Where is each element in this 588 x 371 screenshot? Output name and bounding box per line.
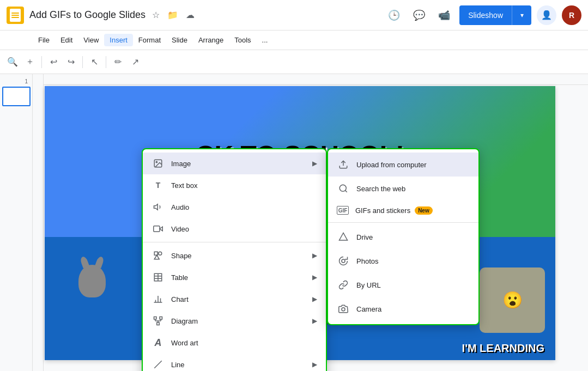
menu-format[interactable]: Format xyxy=(133,34,166,46)
shape-arrow: ▶ xyxy=(312,252,317,259)
svg-marker-7 xyxy=(154,255,159,259)
history-button[interactable]: 🕒 xyxy=(384,5,404,25)
toolbar: 🔍 ＋ ↩ ↪ ↖ ✏ ↗ xyxy=(0,50,588,74)
svg-rect-18 xyxy=(157,323,160,325)
app-logo[interactable] xyxy=(7,7,24,24)
chart-icon xyxy=(151,293,165,306)
ruler-horizontal xyxy=(44,74,588,85)
menu-view[interactable]: View xyxy=(78,34,104,46)
chart-arrow: ▶ xyxy=(312,295,317,303)
redo-btn[interactable]: ↪ xyxy=(63,54,79,70)
gifs-label: GIFs and stickers xyxy=(355,206,410,215)
menu-arrange[interactable]: Arrange xyxy=(193,34,229,46)
by-url-label: By URL xyxy=(356,281,381,289)
learnding-text: I'M LEARNDING xyxy=(462,342,544,355)
submenu-item-upload[interactable]: Upload from computer xyxy=(328,153,478,177)
image-label: Image xyxy=(171,160,310,168)
cat-illustration xyxy=(70,265,114,319)
submenu-item-gifs[interactable]: GIF GIFs and stickers New xyxy=(328,200,478,220)
shape-icon xyxy=(151,249,165,262)
svg-line-23 xyxy=(154,361,162,368)
main-area: 1 CK TO SCHOOL! www.psd-dude.com I'M LEA… xyxy=(0,74,588,371)
menu-item-table[interactable]: Table ▶ xyxy=(143,266,326,288)
folder-icon[interactable]: 📁 xyxy=(165,8,180,22)
menu-edit[interactable]: Edit xyxy=(55,34,78,46)
svg-rect-4 xyxy=(154,226,160,232)
submenu-item-search[interactable]: Search the web xyxy=(328,177,478,200)
slide-thumbnail[interactable] xyxy=(2,87,31,106)
submenu-divider-1 xyxy=(328,222,478,223)
submenu-item-drive[interactable]: Drive xyxy=(328,225,478,249)
shape-label: Shape xyxy=(171,252,310,260)
menu-more[interactable]: ... xyxy=(257,34,274,46)
slide-number-label: 1 xyxy=(2,78,30,84)
submenu-item-photos[interactable]: Photos xyxy=(328,249,478,273)
audio-icon xyxy=(151,200,165,214)
divider-2 xyxy=(82,56,83,68)
search-toolbar-btn[interactable]: 🔍 xyxy=(4,54,21,70)
menu-item-shape[interactable]: Shape ▶ xyxy=(143,245,326,266)
slideshow-dropdown-arrow[interactable]: ▾ xyxy=(512,5,531,25)
right-icon[interactable]: ✏ xyxy=(110,54,126,70)
camera-label: Camera xyxy=(356,305,381,313)
meet-button[interactable]: 📹 xyxy=(434,5,454,25)
svg-marker-3 xyxy=(160,227,162,231)
table-label: Table xyxy=(171,273,310,282)
menu-item-video[interactable]: Video xyxy=(143,218,326,240)
svg-line-29 xyxy=(345,190,347,192)
slideshow-label[interactable]: Slideshow xyxy=(459,5,512,25)
add-btn[interactable]: ＋ xyxy=(22,54,38,70)
undo-btn[interactable]: ↩ xyxy=(45,54,62,70)
cursor-btn[interactable]: ↖ xyxy=(86,54,102,70)
menu-slide[interactable]: Slide xyxy=(166,34,193,46)
video-icon xyxy=(151,222,165,235)
menu-item-textbox[interactable]: T Text box xyxy=(143,174,326,196)
gifs-icon: GIF xyxy=(337,206,349,215)
wordart-icon: A xyxy=(151,336,165,349)
slides-panel: 1 xyxy=(0,74,33,371)
diagram-icon xyxy=(151,314,165,327)
table-icon xyxy=(151,271,165,284)
svg-point-28 xyxy=(340,185,346,191)
submenu-item-url[interactable]: By URL xyxy=(328,273,478,297)
svg-marker-30 xyxy=(340,233,348,241)
slideshow-button[interactable]: Slideshow ▾ xyxy=(459,5,531,25)
divider-1 xyxy=(41,56,42,68)
line-icon xyxy=(151,358,165,371)
svg-rect-16 xyxy=(154,317,157,320)
svg-rect-5 xyxy=(154,252,157,255)
menu-item-line[interactable]: Line ▶ xyxy=(143,354,326,371)
title-bar: Add GIFs to Google Slides ☆ 📁 ☁ 🕒 💬 📹 Sl… xyxy=(0,0,588,31)
video-label: Video xyxy=(171,225,317,233)
line-label: Line xyxy=(171,361,310,369)
submenu-item-camera[interactable]: Camera xyxy=(328,297,478,321)
menu-item-chart[interactable]: Chart ▶ xyxy=(143,288,326,310)
arrow-icon[interactable]: ↗ xyxy=(127,54,143,70)
divider-3 xyxy=(106,56,106,68)
star-icon[interactable]: ☆ xyxy=(150,8,162,22)
avatar[interactable]: R xyxy=(562,5,581,25)
textbox-label: Text box xyxy=(171,181,317,190)
line-arrow: ▶ xyxy=(312,361,317,368)
menu-item-audio[interactable]: Audio xyxy=(143,196,326,218)
menu-insert[interactable]: Insert xyxy=(104,34,133,46)
table-arrow: ▶ xyxy=(312,273,317,281)
doc-title: Add GIFs to Google Slides xyxy=(29,9,146,21)
comments-button[interactable]: 💬 xyxy=(409,5,429,25)
menu-item-diagram[interactable]: Diagram ▶ xyxy=(143,310,326,332)
upload-icon xyxy=(337,158,350,171)
image-arrow: ▶ xyxy=(312,160,317,167)
share-button[interactable]: 👤 xyxy=(537,5,556,25)
insert-dropdown-menu: Image ▶ T Text box Audio Video xyxy=(142,148,327,371)
menu-file[interactable]: File xyxy=(33,34,55,46)
menu-tools[interactable]: Tools xyxy=(229,34,256,46)
photos-label: Photos xyxy=(356,257,378,265)
title-icons: ☆ 📁 ☁ xyxy=(150,8,197,22)
search-web-label: Search the web xyxy=(356,185,405,193)
canvas-area: CK TO SCHOOL! www.psd-dude.com I'M LEARN… xyxy=(33,74,588,371)
menu-item-wordart[interactable]: A Word art xyxy=(143,332,326,354)
cloud-icon[interactable]: ☁ xyxy=(184,8,197,22)
svg-point-32 xyxy=(342,308,345,311)
menu-item-image[interactable]: Image ▶ xyxy=(143,153,326,174)
photos-icon xyxy=(337,254,350,267)
